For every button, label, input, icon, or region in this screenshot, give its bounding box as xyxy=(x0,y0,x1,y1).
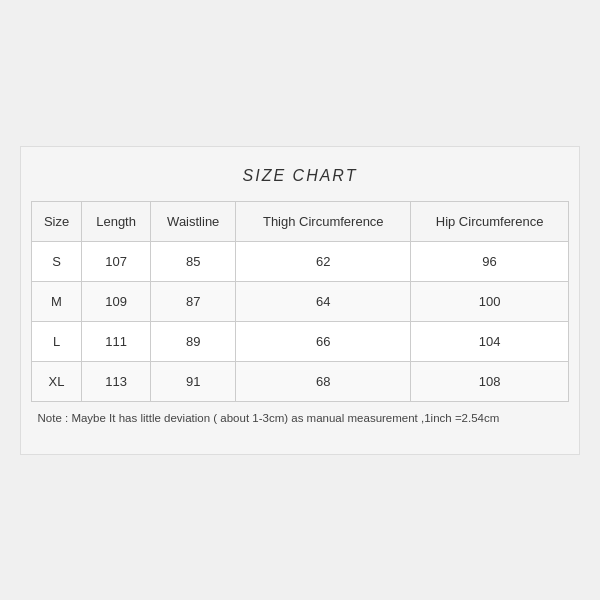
cell-hip: 108 xyxy=(411,361,569,401)
cell-size: XL xyxy=(32,361,82,401)
cell-length: 109 xyxy=(82,281,151,321)
cell-thigh: 64 xyxy=(236,281,411,321)
cell-thigh: 68 xyxy=(236,361,411,401)
col-thigh: Thigh Circumference xyxy=(236,201,411,241)
cell-waistline: 85 xyxy=(151,241,236,281)
note-row: Note : Maybe It has little deviation ( a… xyxy=(32,401,569,434)
cell-length: 113 xyxy=(82,361,151,401)
cell-size: M xyxy=(32,281,82,321)
table-row: XL1139168108 xyxy=(32,361,569,401)
col-waistline: Waistline xyxy=(151,201,236,241)
cell-waistline: 91 xyxy=(151,361,236,401)
cell-size: L xyxy=(32,321,82,361)
cell-hip: 104 xyxy=(411,321,569,361)
cell-waistline: 89 xyxy=(151,321,236,361)
table-body: S107856296M1098764100L1118966104XL113916… xyxy=(32,241,569,401)
table-header-row: Size Length Waistline Thigh Circumferenc… xyxy=(32,201,569,241)
size-chart-table: Size Length Waistline Thigh Circumferenc… xyxy=(31,201,569,434)
cell-thigh: 66 xyxy=(236,321,411,361)
cell-length: 111 xyxy=(82,321,151,361)
cell-length: 107 xyxy=(82,241,151,281)
table-row: M1098764100 xyxy=(32,281,569,321)
cell-size: S xyxy=(32,241,82,281)
col-size: Size xyxy=(32,201,82,241)
cell-thigh: 62 xyxy=(236,241,411,281)
table-row: S107856296 xyxy=(32,241,569,281)
cell-hip: 100 xyxy=(411,281,569,321)
cell-waistline: 87 xyxy=(151,281,236,321)
col-hip: Hip Circumference xyxy=(411,201,569,241)
table-row: L1118966104 xyxy=(32,321,569,361)
col-length: Length xyxy=(82,201,151,241)
chart-title: SIZE CHART xyxy=(31,167,569,185)
note-text: Note : Maybe It has little deviation ( a… xyxy=(32,401,569,434)
size-chart-container: SIZE CHART Size Length Waistline Thigh C… xyxy=(20,146,580,455)
cell-hip: 96 xyxy=(411,241,569,281)
